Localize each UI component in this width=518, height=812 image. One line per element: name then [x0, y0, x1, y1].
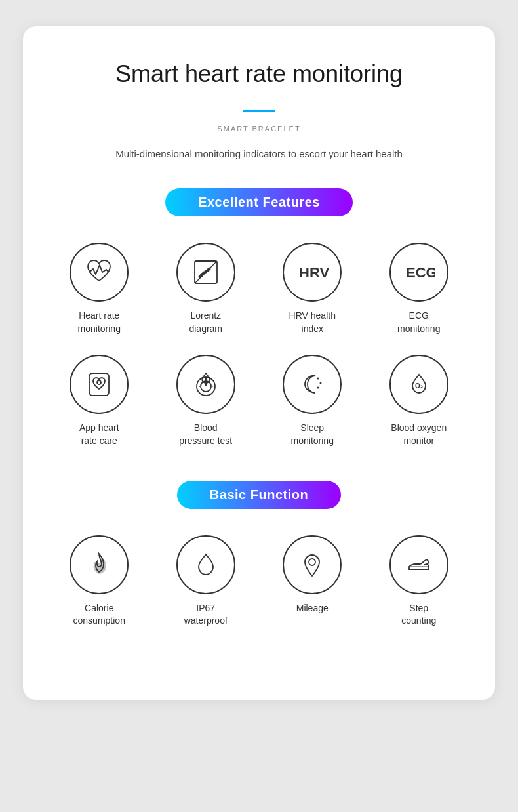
- svg-point-13: [97, 380, 101, 384]
- svg-point-24: [309, 559, 315, 565]
- description: Multi-dimensional monitoring indicators …: [89, 146, 429, 163]
- svg-point-9: [199, 276, 201, 278]
- svg-text:ECG: ECG: [406, 264, 435, 281]
- hrv-icon-circle: HRV: [283, 243, 342, 302]
- svg-point-20: [317, 378, 319, 380]
- title-divider: [243, 110, 275, 112]
- svg-text:HRV: HRV: [299, 264, 329, 281]
- page-title: Smart heart rate monitoring: [49, 59, 469, 90]
- ecg-icon-circle: ECG: [389, 243, 448, 302]
- feature-mileage: Mileage: [262, 535, 363, 628]
- feature-lorentz: Lorentzdiagram: [156, 243, 256, 335]
- app-heart-label: App heartrate care: [79, 422, 119, 447]
- mileage-label: Mileage: [296, 602, 329, 615]
- ecg-label: ECGmonitoring: [397, 310, 440, 335]
- excellent-features-badge: Excellent Features: [165, 188, 353, 216]
- basic-features-grid: Calorieconsumption IP67waterproof Mil: [49, 535, 469, 628]
- basic-function-section: Basic Function: [49, 481, 469, 509]
- feature-sleep: Sleepmonitoring: [262, 355, 363, 447]
- sleep-icon-circle: [283, 355, 342, 414]
- feature-heart-rate: Heart ratemonitoring: [49, 243, 149, 335]
- blood-pressure-label: Bloodpressure test: [179, 422, 232, 447]
- excellent-features-grid: Heart ratemonitoring Lore: [49, 243, 469, 447]
- ip67-icon-circle: [176, 535, 235, 594]
- blood-oxygen-label: Blood oxygenmonitor: [391, 422, 447, 447]
- svg-point-8: [208, 268, 210, 270]
- excellent-features-section: Excellent Features: [49, 188, 469, 216]
- lorentz-label: Lorentzdiagram: [189, 310, 222, 335]
- ip67-label: IP67waterproof: [184, 602, 228, 628]
- feature-calorie: Calorieconsumption: [49, 535, 149, 628]
- svg-point-5: [201, 274, 203, 275]
- blood-oxygen-icon-circle: O₂: [389, 355, 448, 414]
- feature-blood-oxygen: O₂ Blood oxygenmonitor: [369, 355, 469, 447]
- mileage-icon-circle: [283, 535, 342, 594]
- step-icon-circle: [389, 535, 448, 594]
- calorie-icon-circle: [70, 535, 129, 594]
- heart-rate-label: Heart ratemonitoring: [78, 310, 121, 335]
- feature-app-heart: App heartrate care: [49, 355, 149, 447]
- svg-text:O₂: O₂: [415, 382, 423, 390]
- feature-hrv: HRV HRV healthindex: [262, 243, 363, 335]
- main-card: Smart heart rate monitoring SMART BRACEL…: [23, 26, 495, 700]
- step-label: Stepcounting: [401, 602, 436, 628]
- svg-point-21: [320, 382, 322, 384]
- heart-rate-icon-circle: [70, 243, 129, 302]
- feature-blood-pressure: Bloodpressure test: [156, 355, 256, 447]
- calorie-label: Calorieconsumption: [73, 602, 125, 628]
- subtitle: SMART BRACELET: [49, 125, 469, 132]
- svg-point-22: [317, 387, 319, 389]
- feature-ecg: ECG ECGmonitoring: [369, 243, 469, 335]
- blood-pressure-icon-circle: [176, 355, 235, 414]
- app-heart-icon-circle: [70, 355, 129, 414]
- feature-ip67: IP67waterproof: [156, 535, 256, 628]
- feature-step: Stepcounting: [369, 535, 469, 628]
- sleep-label: Sleepmonitoring: [291, 422, 334, 447]
- hrv-label: HRV healthindex: [289, 310, 336, 335]
- basic-function-badge: Basic Function: [177, 481, 341, 509]
- lorentz-icon-circle: [176, 243, 235, 302]
